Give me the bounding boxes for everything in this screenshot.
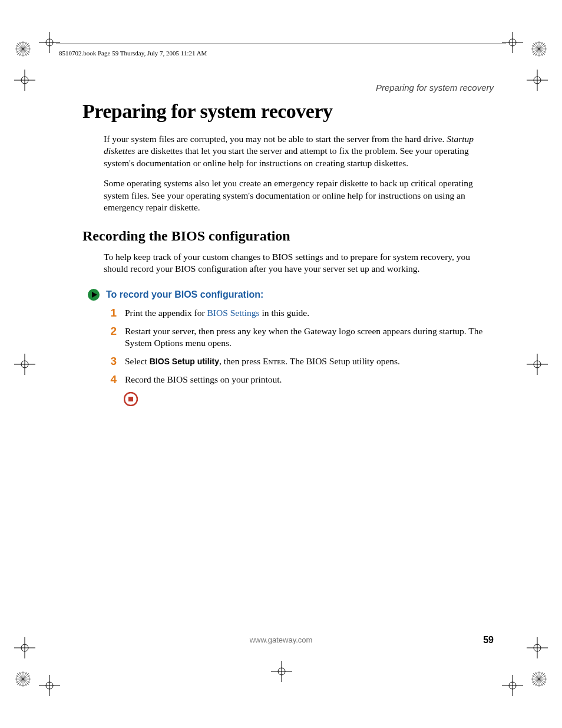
- book-header-info: 8510702.book Page 59 Thursday, July 7, 2…: [59, 50, 207, 57]
- intro-paragraph-1: If your system files are corrupted, you …: [104, 133, 494, 169]
- footer-url: www.gateway.com: [0, 635, 562, 644]
- step-text: Restart your server, then press any key …: [125, 325, 494, 350]
- crop-mark-icon: [39, 32, 60, 53]
- step-number: 1: [107, 307, 117, 319]
- procedure-steps: 1 Print the appendix for BIOS Settings i…: [107, 307, 494, 387]
- section-subtitle: Recording the BIOS configuration: [82, 228, 494, 244]
- crop-mark-icon: [271, 661, 292, 682]
- crop-mark-icon: [14, 354, 35, 375]
- crop-mark-icon: [39, 675, 60, 696]
- step-number: 4: [107, 374, 117, 386]
- bios-settings-link[interactable]: BIOS Settings: [207, 308, 259, 318]
- running-head: Preparing for system recovery: [376, 83, 494, 93]
- registration-sunburst-icon: [15, 671, 31, 687]
- step-2: 2 Restart your server, then press any ke…: [107, 325, 494, 350]
- registration-sunburst-icon: [531, 41, 547, 57]
- svg-rect-72: [128, 397, 133, 401]
- step-text: Print the appendix for BIOS Settings in …: [125, 307, 494, 319]
- step-4: 4 Record the BIOS settings on your print…: [107, 374, 494, 386]
- stop-icon: [124, 392, 138, 406]
- procedure-heading: To record your BIOS configuration:: [106, 289, 263, 300]
- crop-mark-icon: [502, 675, 523, 696]
- crop-mark-icon: [527, 70, 548, 91]
- step-text: Select BIOS Setup utility, then press En…: [125, 355, 494, 368]
- header-rule: [56, 44, 506, 44]
- crop-mark-icon: [14, 70, 35, 91]
- crop-mark-icon: [502, 32, 523, 53]
- step-number: 2: [107, 325, 117, 338]
- intro-paragraph-2: Some operating systems also let you crea…: [104, 177, 494, 213]
- page-number: 59: [483, 635, 494, 645]
- step-text: Record the BIOS settings on your printou…: [125, 374, 494, 386]
- registration-sunburst-icon: [531, 671, 547, 687]
- crop-mark-icon: [527, 354, 548, 375]
- page-title: Preparing for system recovery: [82, 100, 494, 123]
- step-number: 3: [107, 355, 117, 368]
- play-icon: [87, 288, 100, 301]
- step-3: 3 Select BIOS Setup utility, then press …: [107, 355, 494, 368]
- section-paragraph: To help keep track of your custom change…: [104, 251, 494, 275]
- step-1: 1 Print the appendix for BIOS Settings i…: [107, 307, 494, 319]
- registration-sunburst-icon: [15, 41, 31, 57]
